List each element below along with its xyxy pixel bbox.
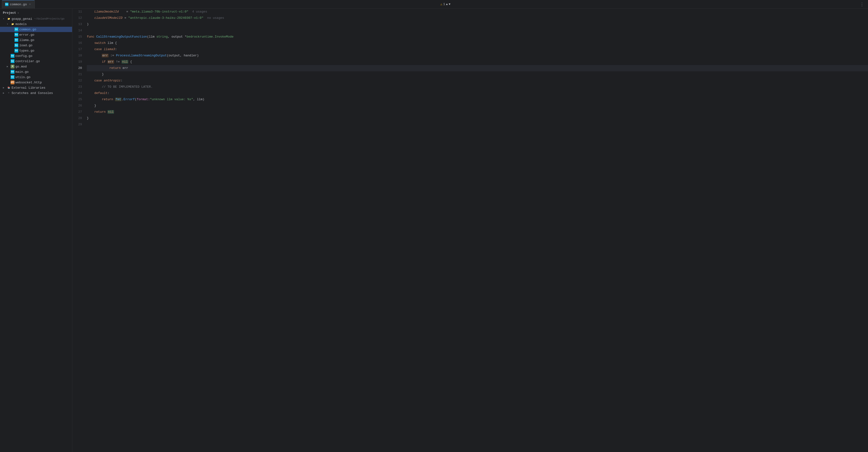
chevron-icon: ▶ [3, 92, 6, 94]
line-num-26: 26 [72, 103, 82, 109]
editor-menu-button[interactable]: ⋮ [858, 1, 866, 8]
code-line-24: default: [87, 90, 868, 96]
warning-badge: ⚠ 1 ▲ ▼ [440, 2, 451, 6]
line-num-22: 22 [72, 77, 82, 84]
warning-icon: ⚠ [440, 2, 442, 6]
code-line-11: Llama3modelId = "meta.llama3-70b-instruc… [87, 9, 868, 15]
chevron-icon: ▶ [3, 86, 6, 89]
warning-chevron-down[interactable]: ▼ [449, 3, 451, 6]
line-num-21: 21 [72, 71, 82, 77]
tree-label: go.mod [16, 65, 27, 68]
code-line-27: return nil [87, 109, 868, 115]
project-header[interactable]: Project ▾ [0, 10, 72, 16]
tree-item-utils-go[interactable]: Go utils.go [0, 74, 72, 80]
code-editor[interactable]: 11 12 13 14 15 16 17 18 19 20 21 22 23 2… [72, 9, 868, 452]
sidebar: Project ▾ ▾ 📁 goapp_genai ~/GolandProjec… [0, 9, 72, 452]
line-num-14: 14 [72, 28, 82, 34]
code-line-17: case llama3: [87, 46, 868, 53]
ext-lib-icon: 📚 [7, 86, 10, 90]
tree-item-types-go[interactable]: Go types.go [0, 48, 72, 53]
api-file-icon: API [10, 80, 14, 84]
line-num-23: 23 [72, 84, 82, 90]
tree-item-models[interactable]: ▾ 📁 models [0, 22, 72, 27]
code-line-20: return err [87, 65, 868, 71]
code-line-25: return fmt.Errorf(format:"unknown llm va… [87, 96, 868, 103]
tree-label: error.go [19, 33, 34, 37]
line-num-11: 11 [72, 9, 82, 15]
code-line-15: func CallStreamingOutputFunction(llm str… [87, 34, 868, 40]
line-num-17: 17 [72, 46, 82, 53]
tree-item-scratches[interactable]: ▶ ≡ Scratches and Consoles [0, 90, 72, 96]
scratch-icon: ≡ [7, 91, 10, 95]
line-num-18: 18 [72, 53, 82, 59]
tree-label: utils.go [16, 75, 30, 79]
tab-bar: Go common.go × ⚠ 1 ▲ ▼ ⋮ [0, 0, 868, 9]
tree-meta: ~/GolandProjects/go [34, 18, 64, 20]
code-line-29 [87, 122, 868, 128]
line-numbers: 11 12 13 14 15 16 17 18 19 20 21 22 23 2… [72, 9, 85, 452]
code-line-14 [87, 28, 868, 34]
tree-item-config-go[interactable]: Go config.go [0, 53, 72, 59]
tab-close-button[interactable]: × [28, 3, 32, 6]
line-num-20: 20 [72, 65, 82, 71]
tree-item-goapp-genai[interactable]: ▾ 📁 goapp_genai ~/GolandProjects/go [0, 16, 72, 22]
warning-count: 1 [443, 3, 445, 6]
tree-item-go-mod[interactable]: ▶ M go.mod [0, 64, 72, 69]
code-line-12: claudeV3ModelID = "anthropic.claude-3-ha… [87, 15, 868, 21]
tree-item-load-go[interactable]: Go load.go [0, 43, 72, 48]
tree-item-external-libraries[interactable]: ▶ 📚 External Libraries [0, 85, 72, 90]
folder-icon: 📁 [10, 22, 14, 26]
go-file-icon: Go [10, 59, 14, 63]
tree-label: common.go [19, 28, 36, 31]
go-file-icon: Go [14, 38, 18, 42]
go-file-icon: Go [5, 3, 8, 6]
go-file-icon: Go [10, 54, 14, 58]
tree-label: websocket.http [16, 81, 42, 84]
line-num-19: 19 [72, 59, 82, 65]
go-file-icon: Go [14, 33, 18, 37]
tree-item-controller-go[interactable]: Go controller.go [0, 59, 72, 64]
tree-item-main-go[interactable]: Go main.go [0, 69, 72, 74]
tree-label: main.go [16, 70, 29, 74]
tree-item-websocket-http[interactable]: API websocket.http [0, 80, 72, 85]
line-num-25: 25 [72, 96, 82, 103]
chevron-icon: ▾ [3, 18, 6, 20]
project-chevron: ▾ [18, 11, 19, 14]
tree-item-error-go[interactable]: Go error.go [0, 32, 72, 37]
mod-file-icon: M [10, 65, 14, 68]
go-file-icon: Go [14, 43, 18, 47]
tree-label: Scratches and Consoles [11, 91, 53, 95]
tree-label: goapp_genai [11, 17, 32, 21]
line-num-24: 24 [72, 90, 82, 96]
code-line-19: if err != nil { [87, 59, 868, 65]
chevron-icon: ▶ [7, 65, 10, 68]
code-line-16: switch llm { [87, 40, 868, 46]
warning-chevron-up[interactable]: ▲ [446, 3, 448, 6]
go-file-icon: Go [14, 28, 18, 31]
go-file-icon: Go [10, 70, 14, 74]
tree-item-llama-go[interactable]: Go llama.go [0, 37, 72, 43]
tree-label: types.go [19, 49, 34, 53]
tree-item-common-go[interactable]: Go common.go [0, 27, 72, 32]
main-layout: Project ▾ ▾ 📁 goapp_genai ~/GolandProjec… [0, 9, 868, 452]
tree-label: models [16, 23, 27, 26]
tree-label: llama.go [19, 38, 34, 42]
line-num-28: 28 [72, 115, 82, 122]
folder-icon: 📁 [7, 17, 10, 21]
line-num-29: 29 [72, 122, 82, 128]
code-line-21: } [87, 71, 868, 77]
line-num-12: 12 [72, 15, 82, 21]
tree-label: config.go [16, 54, 32, 58]
chevron-icon: ▾ [7, 23, 10, 26]
code-line-13: ) [87, 21, 868, 28]
line-num-27: 27 [72, 109, 82, 115]
tree-label: load.go [19, 43, 33, 47]
code-line-23: // TO BE IMPLEMENTED LATER. [87, 84, 868, 90]
code-line-28: } [87, 115, 868, 122]
tree-label: controller.go [16, 60, 40, 63]
code-line-18: err := ProcessLlamaStreamingOutput(outpu… [87, 53, 868, 59]
tab-common-go[interactable]: Go common.go × [2, 0, 35, 9]
code-lines: Llama3modelId = "meta.llama3-70b-instruc… [85, 9, 868, 452]
tree-label: External Libraries [11, 86, 45, 90]
line-num-13: 13 [72, 21, 82, 28]
